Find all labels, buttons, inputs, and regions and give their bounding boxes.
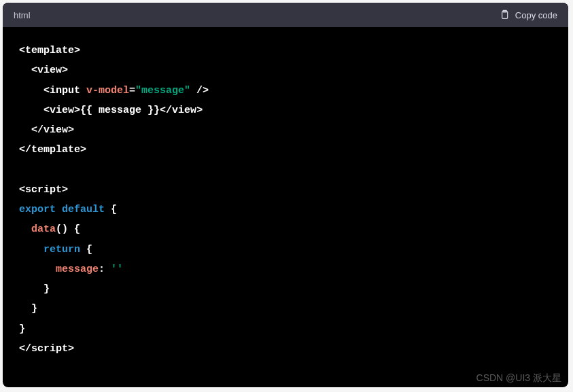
code-line: <view>{{ message }}</view> xyxy=(19,101,552,120)
code-block: html Copy code <template> <view> <input … xyxy=(3,3,568,387)
code-line: message: '' xyxy=(19,260,552,279)
copy-code-button[interactable]: Copy code xyxy=(499,10,557,20)
code-line: } xyxy=(19,279,552,299)
watermark: CSDN @UI3 派大星 xyxy=(476,372,561,385)
code-line: } xyxy=(19,299,552,319)
language-label: html xyxy=(14,10,31,20)
code-line: data() { xyxy=(19,219,552,239)
code-line: } xyxy=(19,319,552,339)
code-content: <template> <view> <input v-model="messag… xyxy=(3,27,568,372)
code-line: return { xyxy=(19,240,552,260)
copy-code-label: Copy code xyxy=(515,10,557,20)
code-line: </template> xyxy=(19,140,552,160)
code-line: <template> xyxy=(19,41,552,60)
clipboard-icon xyxy=(499,10,510,20)
code-header: html Copy code xyxy=(3,3,568,27)
code-line: <script> xyxy=(19,180,552,200)
code-line: </script> xyxy=(19,339,552,359)
code-line: </view> xyxy=(19,120,552,140)
code-line xyxy=(19,160,552,180)
code-line: <view> xyxy=(19,60,552,80)
code-line: export default { xyxy=(19,200,552,219)
code-line: <input v-model="message" /> xyxy=(19,81,552,101)
